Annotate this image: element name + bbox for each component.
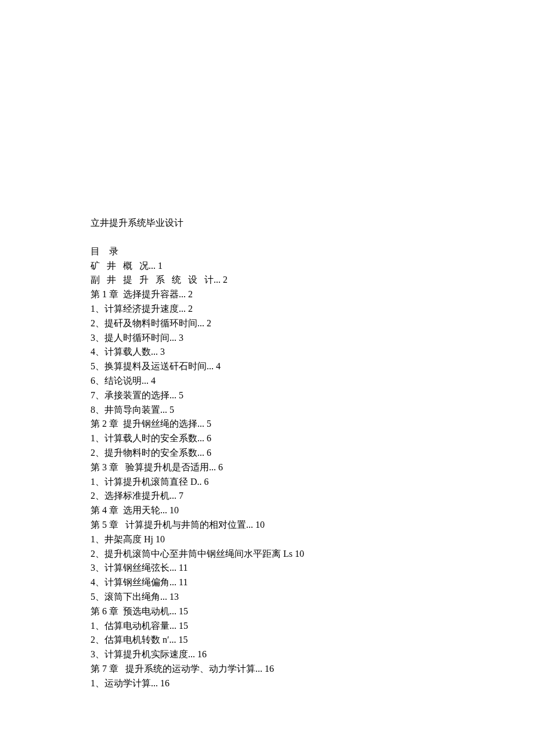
toc-entry: 1、井架高度 Hj 10 xyxy=(91,532,450,547)
toc-entry: 4、计算载人数... 3 xyxy=(91,345,450,359)
toc-entry: 2、估算电机转数 n′... 15 xyxy=(91,633,450,647)
toc-entry: 第 2 章 提升钢丝绳的选择... 5 xyxy=(91,417,450,431)
toc-entry: 1、计算经济提升速度... 2 xyxy=(91,302,450,316)
toc-entry: 第 4 章 选用天轮... 10 xyxy=(91,503,450,518)
toc-entry: 4、计算钢丝绳偏角... 11 xyxy=(91,575,450,590)
toc-entry: 第 7 章 提升系统的运动学、动力学计算... 16 xyxy=(91,662,450,676)
toc-entry: 6、结论说明... 4 xyxy=(91,374,450,388)
document-title: 立井提升系统毕业设计 xyxy=(91,216,450,231)
toc-entry: 矿 井 概 况... 1 xyxy=(91,259,450,273)
toc-entry: 5、滚筒下出绳角... 13 xyxy=(91,590,450,604)
toc-entry: 1、计算载人时的安全系数... 6 xyxy=(91,431,450,446)
toc-entry: 第 3 章 验算提升机是否适用... 6 xyxy=(91,460,450,475)
toc-entry: 1、运动学计算... 16 xyxy=(91,676,450,691)
toc-entry: 2、选择标准提升机... 7 xyxy=(91,489,450,503)
toc-entry: 5、换算提料及运送矸石时间... 4 xyxy=(91,359,450,374)
document-body: 立井提升系统毕业设计 目 录矿 井 概 况... 1副 井 提 升 系 统 设 … xyxy=(91,216,450,691)
toc-entry: 3、计算提升机实际速度... 16 xyxy=(91,647,450,662)
toc-entry: 副 井 提 升 系 统 设 计... 2 xyxy=(91,273,450,287)
table-of-contents: 目 录矿 井 概 况... 1副 井 提 升 系 统 设 计... 2第 1 章… xyxy=(91,244,450,691)
toc-entry: 第 6 章 预选电动机... 15 xyxy=(91,604,450,619)
toc-entry: 7、承接装置的选择... 5 xyxy=(91,388,450,403)
toc-entry: 1、计算提升机滚筒直径 D.. 6 xyxy=(91,475,450,489)
toc-entry: 3、提人时循环时间... 3 xyxy=(91,331,450,345)
toc-entry: 2、提矸及物料时循环时间... 2 xyxy=(91,316,450,331)
toc-entry: 8、井筒导向装置... 5 xyxy=(91,403,450,417)
toc-entry: 第 1 章 选择提升容器... 2 xyxy=(91,287,450,302)
toc-entry: 1、估算电动机容量... 15 xyxy=(91,619,450,633)
toc-entry: 2、提升机滚筒中心至井筒中钢丝绳间水平距离 Ls 10 xyxy=(91,547,450,561)
toc-entry: 3、计算钢丝绳弦长... 11 xyxy=(91,561,450,575)
toc-entry: 目 录 xyxy=(91,244,450,259)
toc-entry: 2、提升物料时的安全系数... 6 xyxy=(91,446,450,460)
toc-entry: 第 5 章 计算提升机与井筒的相对位置... 10 xyxy=(91,518,450,532)
